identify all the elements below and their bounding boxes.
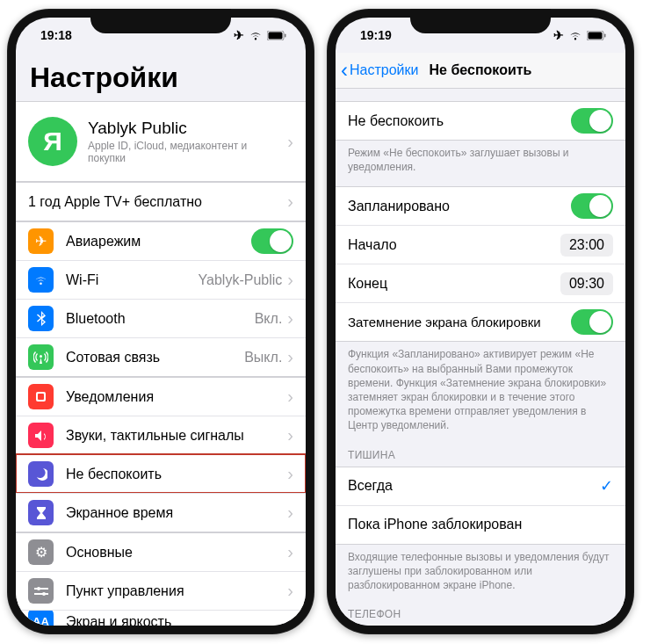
svg-rect-4 <box>38 394 44 400</box>
screen-left: 19:18 ✈︎ Настройки Я Yablyk Public Apple… <box>16 18 306 626</box>
airplane-icon: ✈︎ <box>553 28 564 42</box>
control-center-row[interactable]: Пункт управления › <box>16 571 306 610</box>
svg-rect-6 <box>34 588 48 590</box>
statusbar-time: 19:19 <box>360 28 408 42</box>
chevron-right-icon: › <box>287 132 293 152</box>
svg-rect-2 <box>285 33 286 37</box>
dnd-toggle[interactable] <box>571 108 613 134</box>
silence-always-row[interactable]: Всегда ✓ <box>336 467 625 505</box>
wifi-icon <box>28 267 54 293</box>
dnd-content[interactable]: ‹ Настройки Не беспокоить Не беспокоить … <box>336 53 625 626</box>
start-time-value[interactable]: 23:00 <box>560 234 613 257</box>
chevron-right-icon: › <box>287 425 293 445</box>
notch <box>90 9 231 33</box>
wifi-icon <box>249 31 263 40</box>
connectivity-group: ✈︎ Авиарежим Wi-Fi Yablyk-Public › <box>16 221 306 377</box>
settings-content[interactable]: Настройки Я Yablyk Public Apple ID, iClo… <box>16 53 306 626</box>
navbar: ‹ Настройки Не беспокоить <box>336 53 625 89</box>
silence-header: ТИШИНА <box>336 437 625 467</box>
wifi-row[interactable]: Wi-Fi Yablyk-Public › <box>16 260 306 299</box>
bluetooth-icon <box>28 306 54 331</box>
notifications-group: Уведомления › Звуки, тактильные сигналы … <box>16 377 306 532</box>
chevron-right-icon: › <box>287 192 293 212</box>
dim-lock-toggle[interactable] <box>571 309 613 335</box>
chevron-right-icon: › <box>287 542 293 562</box>
back-button[interactable]: ‹ Настройки <box>341 60 418 81</box>
page-title: Настройки <box>16 53 306 101</box>
wifi-icon <box>568 31 582 40</box>
moon-icon <box>28 461 54 487</box>
dim-lock-row[interactable]: Затемнение экрана блокировки <box>336 302 625 341</box>
statusbar-icons: ✈︎ <box>553 28 606 42</box>
chevron-right-icon: › <box>287 581 293 601</box>
airplane-icon: ✈︎ <box>28 228 54 254</box>
profile-subtitle: Apple ID, iCloud, медиаконтент и покупки <box>88 140 287 164</box>
end-time-row[interactable]: Конец 09:30 <box>336 264 625 302</box>
notch <box>410 9 551 33</box>
aa-icon: AA <box>28 610 54 626</box>
start-time-row[interactable]: Начало 23:00 <box>336 225 625 264</box>
dnd-footer: Режим «Не беспокоить» заглушает вызовы и… <box>336 141 625 177</box>
svg-rect-8 <box>34 593 48 595</box>
general-row[interactable]: ⚙︎ Основные › <box>16 533 306 571</box>
battery-icon <box>587 31 606 40</box>
phone-frame-right: 19:19 ✈︎ ‹ Настройки Не беспокоить Не бе… <box>327 9 634 634</box>
cellular-row[interactable]: Сотовая связь Выкл. › <box>16 337 306 376</box>
hourglass-icon <box>28 500 54 525</box>
chevron-right-icon: › <box>287 464 293 484</box>
battery-icon <box>267 31 286 40</box>
antenna-icon <box>28 344 54 370</box>
phone-frame-left: 19:18 ✈︎ Настройки Я Yablyk Public Apple… <box>7 9 314 634</box>
general-group: ⚙︎ Основные › Пункт управления › AA Экра… <box>16 532 306 626</box>
profile-name: Yablyk Public <box>88 119 287 138</box>
do-not-disturb-row[interactable]: Не беспокоить › <box>16 454 306 493</box>
schedule-footer: Функция «Запланировано» активирует режим… <box>336 342 625 436</box>
scheduled-row[interactable]: Запланировано <box>336 187 625 225</box>
appletv-label: 1 год Apple TV+ бесплатно <box>28 194 287 210</box>
airplane-icon: ✈︎ <box>234 28 244 42</box>
bell-icon <box>28 384 54 409</box>
dnd-toggle-row[interactable]: Не беспокоить <box>336 102 625 140</box>
chevron-right-icon: › <box>287 347 293 367</box>
statusbar-time: 19:18 <box>40 28 89 42</box>
checkmark-icon: ✓ <box>600 476 613 496</box>
sounds-row[interactable]: Звуки, тактильные сигналы › <box>16 416 306 454</box>
notifications-row[interactable]: Уведомления › <box>16 378 306 416</box>
chevron-left-icon: ‹ <box>341 60 348 81</box>
display-row[interactable]: AA Экран и яркость <box>16 610 306 626</box>
end-time-value[interactable]: 09:30 <box>560 272 613 295</box>
bluetooth-row[interactable]: Bluetooth Вкл. › <box>16 299 306 337</box>
screen-time-row[interactable]: Экранное время › <box>16 493 306 532</box>
statusbar-icons: ✈︎ <box>234 28 286 42</box>
profile-group: Я Yablyk Public Apple ID, iCloud, медиак… <box>16 101 306 182</box>
scheduled-toggle[interactable] <box>571 193 613 219</box>
sliders-icon <box>28 578 54 604</box>
chevron-right-icon: › <box>287 503 293 523</box>
chevron-right-icon: › <box>287 270 293 290</box>
apple-id-row[interactable]: Я Yablyk Public Apple ID, iCloud, медиак… <box>16 102 306 181</box>
silence-footer: Входящие телефонные вызовы и уведомления… <box>336 545 625 597</box>
svg-rect-11 <box>604 33 606 37</box>
appletv-group: 1 год Apple TV+ бесплатно › <box>16 182 306 221</box>
appletv-row[interactable]: 1 год Apple TV+ бесплатно › <box>16 183 306 221</box>
phone-header: ТЕЛЕФОН <box>336 596 625 626</box>
airplane-mode-row[interactable]: ✈︎ Авиарежим <box>16 222 306 260</box>
avatar: Я <box>28 117 77 166</box>
silence-locked-row[interactable]: Пока iPhone заблокирован <box>336 505 625 544</box>
screen-right: 19:19 ✈︎ ‹ Настройки Не беспокоить Не бе… <box>336 18 625 626</box>
chevron-right-icon: › <box>287 387 293 407</box>
speaker-icon <box>28 423 54 448</box>
chevron-right-icon: › <box>287 308 293 329</box>
airplane-toggle[interactable] <box>251 228 293 254</box>
gear-icon: ⚙︎ <box>28 539 54 565</box>
svg-rect-10 <box>589 32 603 39</box>
nav-title: Не беспокоить <box>430 62 532 78</box>
svg-rect-1 <box>269 32 283 39</box>
